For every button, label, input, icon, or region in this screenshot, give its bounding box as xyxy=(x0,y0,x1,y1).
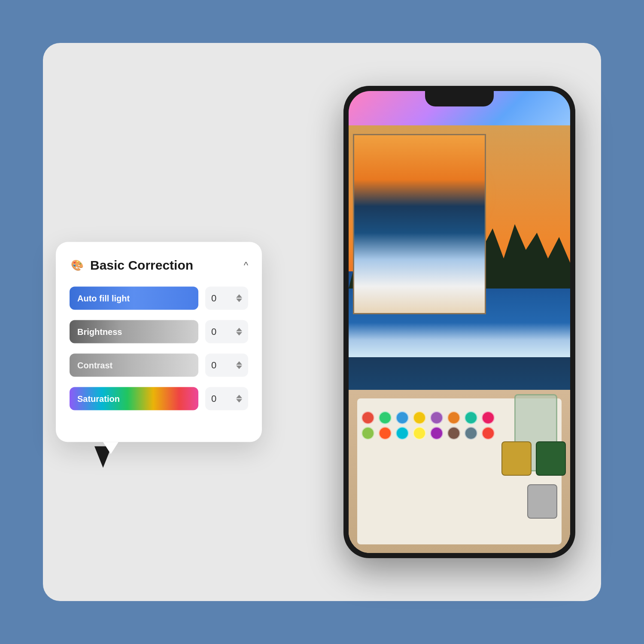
paint-can-green xyxy=(536,441,566,476)
panel-header: 🎨 Basic Correction ^ xyxy=(70,258,248,273)
paint-dot xyxy=(482,411,495,424)
brightness-row: Brightness 0 xyxy=(70,320,248,343)
saturation-up-arrow[interactable] xyxy=(236,395,242,398)
correction-icon: 🎨 xyxy=(70,258,85,273)
saturation-spinner[interactable]: 0 xyxy=(205,387,248,410)
auto-fill-light-row: Auto fill light 0 xyxy=(70,287,248,310)
paint-dot xyxy=(361,411,374,424)
brightness-label: Brightness xyxy=(77,327,122,337)
palette-area xyxy=(349,390,570,553)
auto-fill-light-arrows[interactable] xyxy=(236,295,242,302)
auto-fill-light-spinner[interactable]: 0 xyxy=(205,287,248,310)
phone-top-bar xyxy=(349,91,570,125)
contrast-row: Contrast 0 xyxy=(70,354,248,377)
saturation-down-arrow[interactable] xyxy=(236,399,242,403)
paint-can-gray xyxy=(527,484,557,519)
brightness-spinner[interactable]: 0 xyxy=(205,320,248,343)
paint-dot xyxy=(465,427,477,440)
phone-mockup xyxy=(343,86,575,558)
cursor-pointer xyxy=(94,447,112,468)
paint-dot xyxy=(379,427,392,440)
paint-dot xyxy=(361,427,374,440)
paint-dot xyxy=(396,427,409,440)
contrast-spinner[interactable]: 0 xyxy=(205,354,248,377)
collapse-button[interactable]: ^ xyxy=(244,260,248,271)
paint-dot xyxy=(413,427,426,440)
contrast-down-arrow[interactable] xyxy=(236,366,242,369)
panel-title-group: 🎨 Basic Correction xyxy=(70,258,193,273)
brightness-value: 0 xyxy=(211,326,216,337)
saturation-value: 0 xyxy=(211,393,216,404)
phone-image-area xyxy=(349,91,570,553)
paint-dot xyxy=(430,427,443,440)
paint-dot xyxy=(465,411,477,424)
contrast-label: Contrast xyxy=(77,360,112,370)
paint-dot xyxy=(447,427,460,440)
panel-title: Basic Correction xyxy=(90,258,193,273)
correction-panel: 🎨 Basic Correction ^ Auto fill light 0 B… xyxy=(56,242,262,442)
brightness-down-arrow[interactable] xyxy=(236,332,242,336)
paint-dot xyxy=(447,411,460,424)
saturation-label: Saturation xyxy=(77,394,120,404)
paint-dot xyxy=(396,411,409,424)
auto-fill-light-up-arrow[interactable] xyxy=(236,295,242,298)
contrast-arrows[interactable] xyxy=(236,361,242,369)
saturation-arrows[interactable] xyxy=(236,395,242,403)
brightness-slider[interactable]: Brightness xyxy=(70,320,198,343)
contrast-value: 0 xyxy=(211,360,216,371)
saturation-row: Saturation 0 xyxy=(70,387,248,410)
paint-dot xyxy=(413,411,426,424)
paint-dot xyxy=(379,411,392,424)
phone-screen xyxy=(349,91,570,553)
painting-canvas xyxy=(353,134,486,314)
auto-fill-light-value: 0 xyxy=(211,293,216,304)
paint-dot xyxy=(430,411,443,424)
auto-fill-light-label: Auto fill light xyxy=(77,293,130,303)
paint-can-yellow xyxy=(501,441,532,476)
brightness-arrows[interactable] xyxy=(236,328,242,336)
paint-dots xyxy=(361,411,496,440)
auto-fill-light-slider[interactable]: Auto fill light xyxy=(70,287,198,310)
paint-dot xyxy=(482,427,495,440)
brightness-up-arrow[interactable] xyxy=(236,328,242,331)
main-container: 🎨 Basic Correction ^ Auto fill light 0 B… xyxy=(43,43,601,601)
contrast-up-arrow[interactable] xyxy=(236,361,242,365)
phone-notch xyxy=(425,91,494,106)
canvas-painting-content xyxy=(354,135,485,313)
saturation-slider[interactable]: Saturation xyxy=(70,387,198,410)
contrast-slider[interactable]: Contrast xyxy=(70,354,198,377)
auto-fill-light-down-arrow[interactable] xyxy=(236,299,242,302)
